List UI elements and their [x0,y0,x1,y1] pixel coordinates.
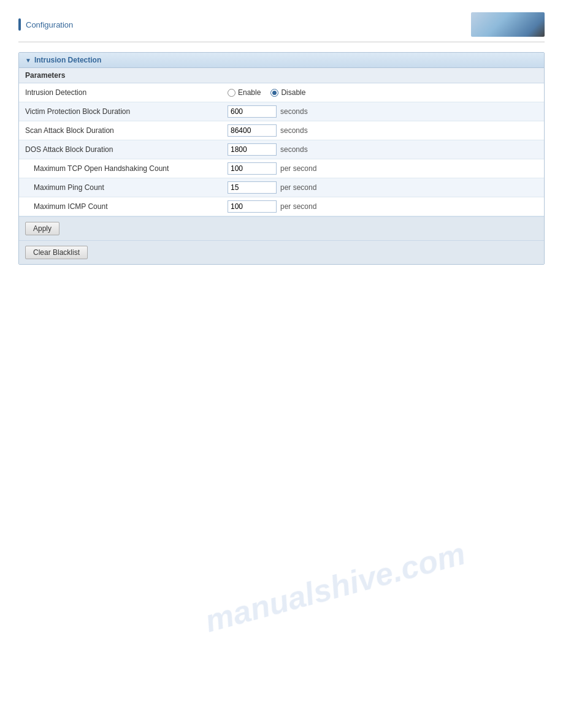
dos-attack-row: DOS Attack Block Duration seconds [19,140,544,159]
max-ping-row: Maximum Ping Count per second [19,178,544,197]
collapse-icon[interactable]: ▼ [25,57,31,64]
config-header: Configuration [18,12,545,42]
max-icmp-value: per second [228,200,544,213]
clear-blacklist-button[interactable]: Clear Blacklist [25,246,88,259]
disable-option[interactable]: Disable [270,88,305,97]
intrusion-detection-row: Intrusion Detection Enable Disable [19,83,544,102]
params-header: Parameters [19,68,544,83]
max-ping-input[interactable] [228,181,277,194]
scan-attack-unit: seconds [280,126,308,135]
max-tcp-label: Maximum TCP Open Handshaking Count [19,162,228,175]
max-ping-label: Maximum Ping Count [19,181,228,194]
header-image [471,12,545,37]
apply-row: Apply [19,216,544,240]
scan-attack-input[interactable] [228,124,277,137]
max-tcp-value: per second [228,162,544,175]
enable-option[interactable]: Enable [228,88,261,97]
victim-block-input[interactable] [228,105,277,118]
victim-block-label: Victim Protection Block Duration [19,105,228,118]
scan-attack-label: Scan Attack Block Duration [19,124,228,137]
clear-blacklist-row: Clear Blacklist [19,240,544,264]
enable-radio[interactable] [228,89,236,97]
max-icmp-unit: per second [280,202,316,211]
max-tcp-row: Maximum TCP Open Handshaking Count per s… [19,159,544,178]
dos-attack-unit: seconds [280,145,308,154]
dos-attack-value: seconds [228,143,544,156]
victim-block-row: Victim Protection Block Duration seconds [19,102,544,121]
dos-attack-input[interactable] [228,143,277,156]
max-icmp-row: Maximum ICMP Count per second [19,197,544,216]
max-tcp-unit: per second [280,164,316,173]
max-icmp-input[interactable] [228,200,277,213]
intrusion-detection-label: Intrusion Detection [19,86,228,99]
max-tcp-input[interactable] [228,162,277,175]
victim-block-value: seconds [228,105,544,118]
intrusion-detection-value: Enable Disable [228,88,544,97]
max-icmp-label: Maximum ICMP Count [19,200,228,213]
scan-attack-row: Scan Attack Block Duration seconds [19,121,544,140]
config-title: Configuration [26,20,73,29]
disable-radio[interactable] [270,89,278,97]
victim-block-unit: seconds [280,107,308,116]
max-ping-value: per second [228,181,544,194]
apply-button[interactable]: Apply [25,222,59,235]
config-title-bar: Configuration [18,18,73,31]
dos-attack-label: DOS Attack Block Duration [19,143,228,156]
main-panel: ▼ Intrusion Detection Parameters Intrusi… [18,52,545,265]
intrusion-detection-radio-group: Enable Disable [228,88,305,97]
section-title: Intrusion Detection [34,56,101,64]
title-accent [18,18,21,31]
section-header: ▼ Intrusion Detection [19,53,544,68]
max-ping-unit: per second [280,183,316,192]
scan-attack-value: seconds [228,124,544,137]
